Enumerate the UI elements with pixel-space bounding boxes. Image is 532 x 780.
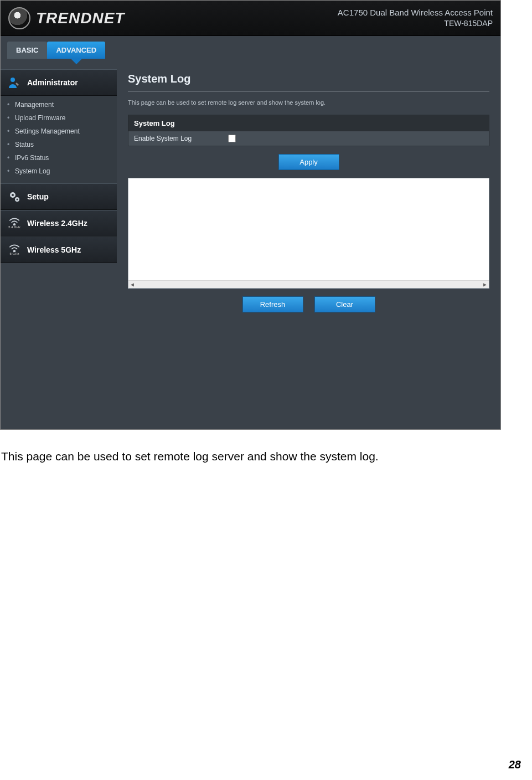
- app-header: TRENDNET AC1750 Dual Band Wireless Acces…: [1, 1, 500, 36]
- scroll-right-icon[interactable]: ►: [482, 281, 488, 288]
- wifi-icon: 5 GHz: [7, 243, 22, 257]
- sidebar-item-upload-firmware[interactable]: Upload Firmware: [1, 111, 117, 125]
- brand-logo-icon: [8, 7, 30, 29]
- sidebar-item-ipv6-status[interactable]: IPv6 Status: [1, 151, 117, 165]
- wifi-band-label: 5 GHz: [9, 252, 19, 255]
- wifi-icon: 2.4 GHz: [7, 216, 22, 230]
- enable-system-log-label: Enable System Log: [134, 135, 228, 142]
- sidebar-section-label: Wireless 5GHz: [27, 245, 81, 254]
- sidebar-section-label: Setup: [27, 192, 49, 201]
- mode-tabs: BASIC ADVANCED: [1, 36, 500, 64]
- brand-block: TRENDNET: [8, 7, 125, 29]
- user-wrench-icon: [7, 75, 22, 90]
- brand-name: TRENDNET: [36, 9, 125, 27]
- product-line: AC1750 Dual Band Wireless Access Point: [338, 7, 493, 18]
- sidebar-section-label: Wireless 2.4GHz: [27, 219, 87, 228]
- page-number: 28: [509, 758, 521, 771]
- svg-point-2: [12, 194, 14, 196]
- sidebar-item-system-log[interactable]: System Log: [1, 165, 117, 178]
- sidebar-section-setup[interactable]: Setup: [1, 183, 117, 210]
- sidebar-item-management[interactable]: Management: [1, 98, 117, 111]
- system-log-output[interactable]: ◄ ►: [128, 178, 489, 289]
- refresh-button[interactable]: Refresh: [242, 296, 303, 312]
- tab-advanced[interactable]: ADVANCED: [47, 42, 105, 59]
- apply-button-row: Apply: [128, 154, 489, 170]
- tab-basic[interactable]: BASIC: [7, 42, 47, 59]
- product-model: TEW-815DAP: [338, 18, 493, 29]
- wifi-band-label: 2.4 GHz: [8, 225, 20, 229]
- apply-button[interactable]: Apply: [278, 154, 339, 170]
- log-action-buttons: Refresh Clear: [128, 296, 489, 312]
- router-admin-screenshot: TRENDNET AC1750 Dual Band Wireless Acces…: [0, 0, 501, 430]
- panel-title: System Log: [128, 115, 489, 131]
- sidebar-section-wireless-24[interactable]: 2.4 GHz Wireless 2.4GHz: [1, 210, 117, 237]
- svg-point-4: [17, 199, 18, 201]
- sidebar-section-wireless-5[interactable]: 5 GHz Wireless 5GHz: [1, 237, 117, 263]
- sidebar-section-label: Administrator: [27, 78, 78, 87]
- sidebar: Administrator Management Upload Firmware…: [1, 64, 117, 429]
- body-layout: Administrator Management Upload Firmware…: [1, 64, 500, 429]
- system-log-panel: System Log Enable System Log: [128, 115, 489, 146]
- gears-icon: [7, 189, 22, 204]
- figure-caption: This page can be used to set remote log …: [1, 450, 532, 463]
- page-description: This page can be used to set remote log …: [128, 99, 489, 106]
- scroll-left-icon[interactable]: ◄: [130, 281, 135, 288]
- clear-button[interactable]: Clear: [314, 296, 375, 312]
- product-info: AC1750 Dual Band Wireless Access Point T…: [338, 7, 493, 29]
- svg-point-0: [11, 78, 15, 82]
- enable-system-log-row: Enable System Log: [128, 131, 489, 146]
- sidebar-section-administrator[interactable]: Administrator: [1, 69, 117, 96]
- enable-system-log-checkbox[interactable]: [228, 135, 236, 142]
- horizontal-scrollbar[interactable]: ◄ ►: [128, 280, 489, 288]
- page-title: System Log: [128, 69, 489, 91]
- sidebar-items-administrator: Management Upload Firmware Settings Mana…: [1, 96, 117, 183]
- sidebar-item-status[interactable]: Status: [1, 138, 117, 151]
- sidebar-item-settings-management[interactable]: Settings Management: [1, 125, 117, 138]
- main-content: System Log This page can be used to set …: [117, 64, 500, 337]
